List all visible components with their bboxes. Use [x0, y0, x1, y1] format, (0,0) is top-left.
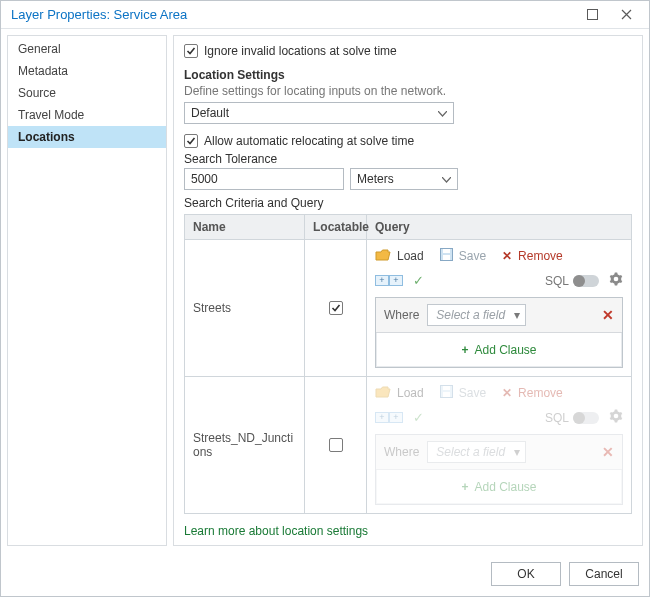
svg-rect-0 [587, 10, 597, 20]
col-locatable: Locatable [305, 215, 367, 239]
maximize-button[interactable] [575, 4, 609, 26]
ignore-invalid-checkbox[interactable] [184, 44, 198, 58]
col-name: Name [185, 215, 305, 239]
location-settings-title: Location Settings [184, 68, 632, 82]
cancel-button[interactable]: Cancel [569, 562, 639, 586]
ignore-invalid-label: Ignore invalid locations at solve time [204, 44, 397, 58]
allow-relocating-checkbox[interactable] [184, 134, 198, 148]
load-button[interactable]: Load [375, 249, 424, 264]
toggle-icon [573, 412, 599, 424]
field-select[interactable]: Select a field ▾ [427, 304, 526, 326]
query-subbar: + + ✓ SQL [375, 409, 623, 426]
tile-icon: + [375, 275, 389, 286]
search-tolerance-unit-select[interactable]: Meters [350, 168, 458, 190]
locatable-checkbox[interactable] [329, 438, 343, 452]
dialog-footer: OK Cancel [1, 552, 649, 596]
row-query: Load Save ✕ Remove [367, 377, 631, 513]
remove-x-icon: ✕ [502, 386, 512, 400]
layer-properties-dialog: Layer Properties: Service Area General M… [0, 0, 650, 597]
layout-toggle: + + [375, 412, 403, 423]
chevron-down-icon [438, 106, 447, 120]
where-label: Where [384, 308, 419, 322]
save-button[interactable]: Save [440, 248, 486, 264]
svg-rect-5 [443, 386, 450, 390]
allow-relocating-row: Allow automatic relocating at solve time [184, 134, 632, 148]
layout-toggle[interactable]: + + [375, 275, 403, 286]
add-clause-button: + Add Clause [376, 470, 622, 504]
remove-button: ✕ Remove [502, 386, 563, 400]
criteria-header: Name Locatable Query [185, 215, 631, 240]
remove-button[interactable]: ✕ Remove [502, 249, 563, 263]
search-tolerance-input[interactable]: 5000 [184, 168, 344, 190]
criteria-table: Name Locatable Query Streets [184, 214, 632, 514]
row-locatable [305, 240, 367, 376]
row-name: Streets_ND_Junctions [185, 377, 305, 513]
dialog-title: Layer Properties: Service Area [11, 7, 575, 22]
remove-x-icon: ✕ [502, 249, 512, 263]
location-settings-desc: Define settings for locating inputs on t… [184, 84, 632, 98]
svg-rect-6 [443, 392, 450, 397]
toggle-icon [573, 275, 599, 287]
titlebar: Layer Properties: Service Area [1, 1, 649, 29]
plus-icon: + [461, 343, 468, 357]
svg-rect-3 [443, 255, 450, 260]
learn-more-link[interactable]: Learn more about location settings [184, 524, 368, 538]
svg-rect-2 [443, 249, 450, 253]
row-query: Load Save ✕ Remove [367, 240, 631, 376]
where-row: Where Select a field ▾ ✕ [376, 435, 622, 470]
ignore-invalid-row: Ignore invalid locations at solve time [184, 44, 632, 58]
dialog-body: General Metadata Source Travel Mode Loca… [1, 29, 649, 552]
nav-general[interactable]: General [8, 38, 166, 60]
criteria-label: Search Criteria and Query [184, 196, 632, 210]
floppy-icon [440, 248, 453, 264]
ok-button[interactable]: OK [491, 562, 561, 586]
gear-icon[interactable] [609, 272, 623, 289]
field-select: Select a field ▾ [427, 441, 526, 463]
preset-select[interactable]: Default [184, 102, 454, 124]
col-query: Query [367, 215, 631, 239]
query-toolbar: Load Save ✕ Remove [375, 385, 623, 401]
main-panel: Ignore invalid locations at solve time L… [173, 35, 643, 546]
locatable-checkbox[interactable] [329, 301, 343, 315]
remove-clause-button[interactable]: ✕ [602, 307, 614, 323]
nav-locations[interactable]: Locations [8, 126, 166, 148]
sidebar: General Metadata Source Travel Mode Loca… [7, 35, 167, 546]
chevron-down-icon: ▾ [514, 445, 520, 459]
validate-button: ✓ [413, 410, 424, 425]
sql-toggle: SQL [545, 411, 599, 425]
where-label: Where [384, 445, 419, 459]
add-clause-button[interactable]: + Add Clause [376, 333, 622, 367]
gear-icon [609, 409, 623, 426]
row-locatable [305, 377, 367, 513]
nav-source[interactable]: Source [8, 82, 166, 104]
allow-relocating-label: Allow automatic relocating at solve time [204, 134, 414, 148]
table-row: Streets Load [185, 240, 631, 377]
folder-open-icon [375, 386, 391, 401]
tile-icon: + [389, 412, 403, 423]
close-button[interactable] [609, 4, 643, 26]
query-subbar: + + ✓ SQL [375, 272, 623, 289]
tile-icon: + [389, 275, 403, 286]
query-builder: Where Select a field ▾ ✕ + Add Clau [375, 434, 623, 505]
remove-clause-button: ✕ [602, 444, 614, 460]
where-row: Where Select a field ▾ ✕ [376, 298, 622, 333]
save-button: Save [440, 385, 486, 401]
preset-select-value: Default [191, 106, 229, 120]
nav-metadata[interactable]: Metadata [8, 60, 166, 82]
nav-travel-mode[interactable]: Travel Mode [8, 104, 166, 126]
table-row: Streets_ND_Junctions Load [185, 377, 631, 513]
plus-icon: + [461, 480, 468, 494]
search-tolerance-label: Search Tolerance [184, 152, 632, 166]
row-name: Streets [185, 240, 305, 376]
sql-toggle[interactable]: SQL [545, 274, 599, 288]
validate-button[interactable]: ✓ [413, 273, 424, 288]
tile-icon: + [375, 412, 389, 423]
floppy-icon [440, 385, 453, 401]
query-toolbar: Load Save ✕ Remove [375, 248, 623, 264]
query-builder: Where Select a field ▾ ✕ + Add Clau [375, 297, 623, 368]
chevron-down-icon [442, 172, 451, 186]
chevron-down-icon: ▾ [514, 308, 520, 322]
load-button: Load [375, 386, 424, 401]
folder-open-icon [375, 249, 391, 264]
